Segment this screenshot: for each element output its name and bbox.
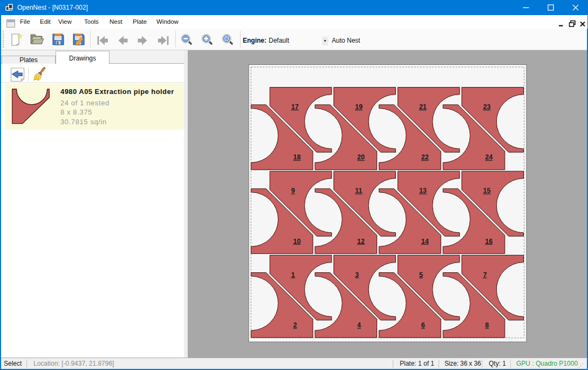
svg-text:9: 9 — [291, 187, 295, 194]
svg-text:22: 22 — [421, 153, 429, 161]
svg-text:6: 6 — [421, 321, 425, 329]
svg-text:14: 14 — [421, 238, 429, 245]
svg-text:18: 18 — [293, 153, 301, 161]
svg-text:17: 17 — [291, 103, 299, 111]
svg-text:3: 3 — [355, 271, 359, 279]
svg-text:24: 24 — [485, 153, 493, 161]
svg-text:5: 5 — [419, 271, 423, 279]
svg-text:20: 20 — [357, 153, 365, 161]
svg-text:12: 12 — [357, 238, 365, 245]
svg-text:23: 23 — [483, 103, 491, 111]
svg-text:10: 10 — [293, 238, 301, 245]
svg-text:8: 8 — [485, 321, 489, 329]
svg-text:4: 4 — [357, 321, 361, 329]
svg-text:2: 2 — [293, 321, 297, 329]
svg-text:21: 21 — [419, 103, 427, 111]
svg-text:1: 1 — [291, 271, 295, 279]
svg-text:11: 11 — [355, 187, 362, 194]
svg-text:15: 15 — [483, 187, 491, 194]
svg-text:7: 7 — [483, 271, 487, 279]
svg-text:16: 16 — [485, 238, 493, 245]
svg-text:19: 19 — [355, 103, 363, 111]
svg-text:13: 13 — [419, 187, 427, 194]
